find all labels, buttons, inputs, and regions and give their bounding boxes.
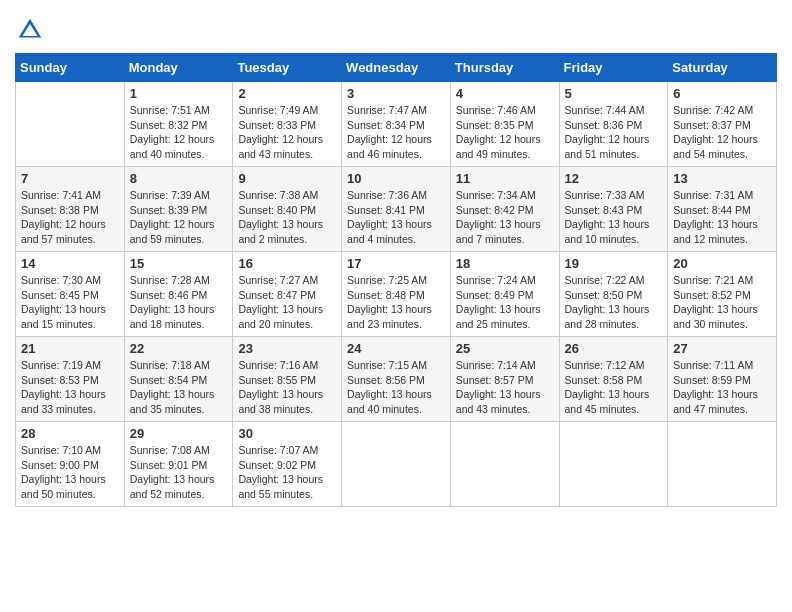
calendar-cell: 6Sunrise: 7:42 AM Sunset: 8:37 PM Daylig… — [668, 82, 777, 167]
calendar-cell: 21Sunrise: 7:19 AM Sunset: 8:53 PM Dayli… — [16, 337, 125, 422]
calendar-cell: 19Sunrise: 7:22 AM Sunset: 8:50 PM Dayli… — [559, 252, 668, 337]
day-number: 30 — [238, 426, 336, 441]
calendar-cell — [16, 82, 125, 167]
day-info: Sunrise: 7:08 AM Sunset: 9:01 PM Dayligh… — [130, 443, 228, 502]
calendar-cell: 16Sunrise: 7:27 AM Sunset: 8:47 PM Dayli… — [233, 252, 342, 337]
calendar-cell — [668, 422, 777, 507]
calendar-cell: 5Sunrise: 7:44 AM Sunset: 8:36 PM Daylig… — [559, 82, 668, 167]
day-number: 25 — [456, 341, 554, 356]
logo — [15, 15, 49, 45]
day-info: Sunrise: 7:27 AM Sunset: 8:47 PM Dayligh… — [238, 273, 336, 332]
day-number: 17 — [347, 256, 445, 271]
day-info: Sunrise: 7:30 AM Sunset: 8:45 PM Dayligh… — [21, 273, 119, 332]
calendar-cell: 15Sunrise: 7:28 AM Sunset: 8:46 PM Dayli… — [124, 252, 233, 337]
day-number: 23 — [238, 341, 336, 356]
day-number: 22 — [130, 341, 228, 356]
day-number: 5 — [565, 86, 663, 101]
calendar-week-3: 14Sunrise: 7:30 AM Sunset: 8:45 PM Dayli… — [16, 252, 777, 337]
day-info: Sunrise: 7:11 AM Sunset: 8:59 PM Dayligh… — [673, 358, 771, 417]
day-number: 27 — [673, 341, 771, 356]
calendar-cell: 27Sunrise: 7:11 AM Sunset: 8:59 PM Dayli… — [668, 337, 777, 422]
weekday-header-saturday: Saturday — [668, 54, 777, 82]
day-info: Sunrise: 7:22 AM Sunset: 8:50 PM Dayligh… — [565, 273, 663, 332]
calendar-cell: 17Sunrise: 7:25 AM Sunset: 8:48 PM Dayli… — [342, 252, 451, 337]
calendar-body: 1Sunrise: 7:51 AM Sunset: 8:32 PM Daylig… — [16, 82, 777, 507]
day-info: Sunrise: 7:18 AM Sunset: 8:54 PM Dayligh… — [130, 358, 228, 417]
day-info: Sunrise: 7:19 AM Sunset: 8:53 PM Dayligh… — [21, 358, 119, 417]
day-info: Sunrise: 7:25 AM Sunset: 8:48 PM Dayligh… — [347, 273, 445, 332]
calendar-cell: 7Sunrise: 7:41 AM Sunset: 8:38 PM Daylig… — [16, 167, 125, 252]
day-number: 26 — [565, 341, 663, 356]
day-number: 20 — [673, 256, 771, 271]
day-info: Sunrise: 7:16 AM Sunset: 8:55 PM Dayligh… — [238, 358, 336, 417]
day-info: Sunrise: 7:31 AM Sunset: 8:44 PM Dayligh… — [673, 188, 771, 247]
day-info: Sunrise: 7:42 AM Sunset: 8:37 PM Dayligh… — [673, 103, 771, 162]
weekday-header-friday: Friday — [559, 54, 668, 82]
day-number: 18 — [456, 256, 554, 271]
day-number: 16 — [238, 256, 336, 271]
calendar-cell: 1Sunrise: 7:51 AM Sunset: 8:32 PM Daylig… — [124, 82, 233, 167]
calendar-cell: 10Sunrise: 7:36 AM Sunset: 8:41 PM Dayli… — [342, 167, 451, 252]
day-info: Sunrise: 7:28 AM Sunset: 8:46 PM Dayligh… — [130, 273, 228, 332]
day-info: Sunrise: 7:21 AM Sunset: 8:52 PM Dayligh… — [673, 273, 771, 332]
day-info: Sunrise: 7:07 AM Sunset: 9:02 PM Dayligh… — [238, 443, 336, 502]
day-info: Sunrise: 7:47 AM Sunset: 8:34 PM Dayligh… — [347, 103, 445, 162]
calendar-cell: 9Sunrise: 7:38 AM Sunset: 8:40 PM Daylig… — [233, 167, 342, 252]
calendar-cell: 25Sunrise: 7:14 AM Sunset: 8:57 PM Dayli… — [450, 337, 559, 422]
weekday-header-row: SundayMondayTuesdayWednesdayThursdayFrid… — [16, 54, 777, 82]
calendar-cell: 22Sunrise: 7:18 AM Sunset: 8:54 PM Dayli… — [124, 337, 233, 422]
calendar-table: SundayMondayTuesdayWednesdayThursdayFrid… — [15, 53, 777, 507]
calendar-cell: 20Sunrise: 7:21 AM Sunset: 8:52 PM Dayli… — [668, 252, 777, 337]
calendar-cell: 8Sunrise: 7:39 AM Sunset: 8:39 PM Daylig… — [124, 167, 233, 252]
calendar-week-2: 7Sunrise: 7:41 AM Sunset: 8:38 PM Daylig… — [16, 167, 777, 252]
header — [15, 15, 777, 45]
calendar-cell: 11Sunrise: 7:34 AM Sunset: 8:42 PM Dayli… — [450, 167, 559, 252]
day-info: Sunrise: 7:24 AM Sunset: 8:49 PM Dayligh… — [456, 273, 554, 332]
day-number: 21 — [21, 341, 119, 356]
day-info: Sunrise: 7:36 AM Sunset: 8:41 PM Dayligh… — [347, 188, 445, 247]
day-info: Sunrise: 7:38 AM Sunset: 8:40 PM Dayligh… — [238, 188, 336, 247]
day-info: Sunrise: 7:15 AM Sunset: 8:56 PM Dayligh… — [347, 358, 445, 417]
day-info: Sunrise: 7:33 AM Sunset: 8:43 PM Dayligh… — [565, 188, 663, 247]
day-number: 1 — [130, 86, 228, 101]
day-number: 3 — [347, 86, 445, 101]
weekday-header-monday: Monday — [124, 54, 233, 82]
calendar-cell: 13Sunrise: 7:31 AM Sunset: 8:44 PM Dayli… — [668, 167, 777, 252]
weekday-header-thursday: Thursday — [450, 54, 559, 82]
logo-icon — [15, 15, 45, 45]
day-number: 6 — [673, 86, 771, 101]
weekday-header-wednesday: Wednesday — [342, 54, 451, 82]
day-number: 9 — [238, 171, 336, 186]
day-info: Sunrise: 7:34 AM Sunset: 8:42 PM Dayligh… — [456, 188, 554, 247]
calendar-cell: 26Sunrise: 7:12 AM Sunset: 8:58 PM Dayli… — [559, 337, 668, 422]
day-number: 11 — [456, 171, 554, 186]
day-info: Sunrise: 7:51 AM Sunset: 8:32 PM Dayligh… — [130, 103, 228, 162]
day-number: 13 — [673, 171, 771, 186]
day-number: 19 — [565, 256, 663, 271]
calendar-week-5: 28Sunrise: 7:10 AM Sunset: 9:00 PM Dayli… — [16, 422, 777, 507]
day-number: 28 — [21, 426, 119, 441]
calendar-cell: 4Sunrise: 7:46 AM Sunset: 8:35 PM Daylig… — [450, 82, 559, 167]
calendar-cell — [450, 422, 559, 507]
day-info: Sunrise: 7:49 AM Sunset: 8:33 PM Dayligh… — [238, 103, 336, 162]
calendar-cell: 12Sunrise: 7:33 AM Sunset: 8:43 PM Dayli… — [559, 167, 668, 252]
weekday-header-tuesday: Tuesday — [233, 54, 342, 82]
calendar-week-1: 1Sunrise: 7:51 AM Sunset: 8:32 PM Daylig… — [16, 82, 777, 167]
day-info: Sunrise: 7:10 AM Sunset: 9:00 PM Dayligh… — [21, 443, 119, 502]
day-number: 7 — [21, 171, 119, 186]
day-number: 12 — [565, 171, 663, 186]
day-info: Sunrise: 7:44 AM Sunset: 8:36 PM Dayligh… — [565, 103, 663, 162]
day-number: 15 — [130, 256, 228, 271]
day-number: 4 — [456, 86, 554, 101]
day-info: Sunrise: 7:39 AM Sunset: 8:39 PM Dayligh… — [130, 188, 228, 247]
calendar-cell: 18Sunrise: 7:24 AM Sunset: 8:49 PM Dayli… — [450, 252, 559, 337]
day-info: Sunrise: 7:12 AM Sunset: 8:58 PM Dayligh… — [565, 358, 663, 417]
calendar-cell — [559, 422, 668, 507]
calendar-week-4: 21Sunrise: 7:19 AM Sunset: 8:53 PM Dayli… — [16, 337, 777, 422]
calendar-cell: 29Sunrise: 7:08 AM Sunset: 9:01 PM Dayli… — [124, 422, 233, 507]
calendar-cell: 2Sunrise: 7:49 AM Sunset: 8:33 PM Daylig… — [233, 82, 342, 167]
calendar-cell: 28Sunrise: 7:10 AM Sunset: 9:00 PM Dayli… — [16, 422, 125, 507]
day-number: 24 — [347, 341, 445, 356]
day-info: Sunrise: 7:46 AM Sunset: 8:35 PM Dayligh… — [456, 103, 554, 162]
day-number: 10 — [347, 171, 445, 186]
